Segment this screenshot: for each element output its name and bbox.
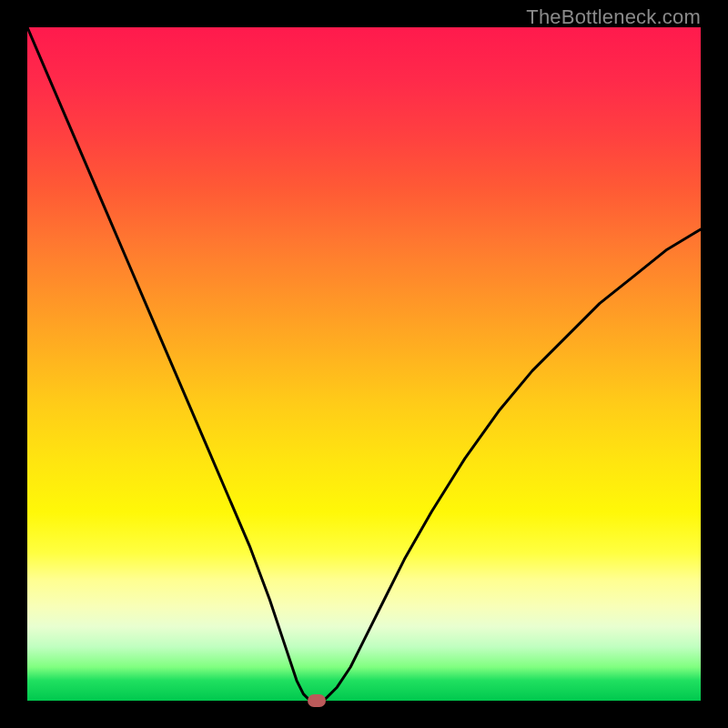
bottleneck-curve [27,27,701,701]
plot-area [27,27,701,701]
watermark-text: TheBottleneck.com [526,5,701,29]
chart-container: TheBottleneck.com [0,0,728,728]
data-marker [308,694,326,707]
